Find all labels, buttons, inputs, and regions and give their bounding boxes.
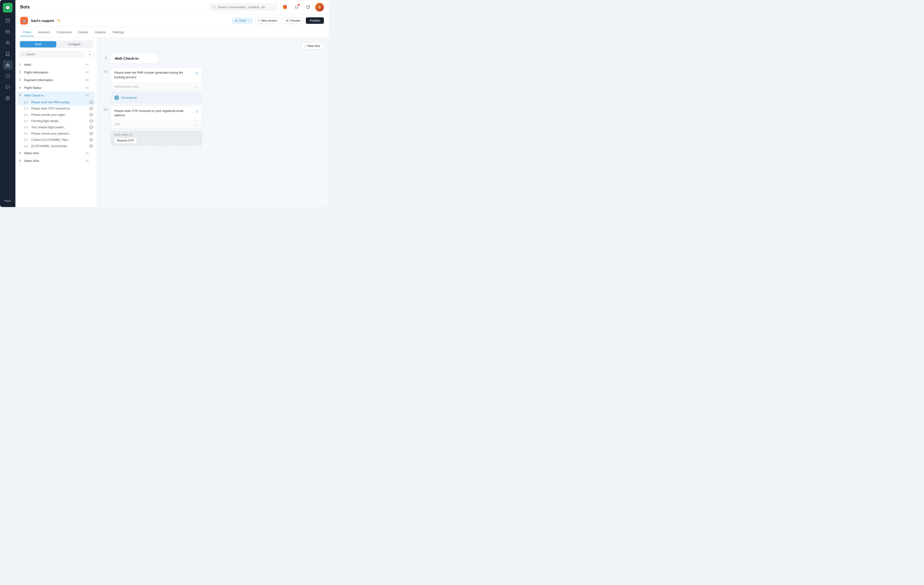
sub-item-5-2[interactable]: 5.2 Please enter OTP recieved on 💬 [17,106,95,112]
main-area: Bots 🎁 S 🤖 [15,0,329,207]
add-flow-button[interactable]: + [86,51,93,58]
sidebar-icon-billing[interactable] [3,71,13,81]
sub-item-num: 5.3 [24,113,30,116]
flow-count: 01 [86,159,89,162]
node-5-2-group: Please enter OTP recieved on your regist… [111,106,202,146]
sub-item-num: 5.6 [24,132,30,135]
flow-search-wrap[interactable] [19,51,84,58]
tab-answers[interactable]: Answers [35,28,53,36]
node-5-1-message: Please enter the PNR number generated du… [111,68,202,83]
node-5-2-section: 5.2 Please enter OTP recieved on your re… [102,106,324,146]
sub-item-icon: 💬 [89,101,93,104]
global-search-input[interactable] [218,5,274,9]
sub-item-5-4[interactable]: 5.4 Ferching flight details 💬 [17,118,95,124]
canvas-area: + New flow 5 Web Check-in 5.1 Please ent… [97,38,329,207]
flow-item-payment-info[interactable]: 3 Payment Information 01 ⋮ [17,76,95,84]
bot-name: Saul's support [31,19,54,23]
resend-otp-button[interactable]: Resend OTP [114,137,137,144]
sidebar-icon-chat[interactable] [3,82,13,92]
sub-item-num: 5.4 [24,120,30,122]
sidebar-icon-inbox[interactable] [3,16,13,25]
node-5-2-message: Please enter OTP recieved on your regist… [111,106,202,121]
flow-item-other-apis-1[interactable]: 6 Other APIs 01 ⋮ [17,149,95,157]
flow-name: Other APIs [24,151,84,155]
flow-item-other-apis-2[interactable]: 6 Other APIs 01 ⋮ [17,157,95,165]
flow-number: 1 [19,63,23,66]
sub-item-5-7[interactable]: 5.7 Confirm [CUSTNAME]. Plea... 💬 [17,137,95,143]
notification-btn[interactable] [292,3,301,12]
tab-analyze[interactable]: Analyze [92,28,109,36]
logo-icon[interactable]: 💬 [3,3,13,13]
tab-settings[interactable]: Settings [110,28,127,36]
tab-deploy[interactable]: Deploy [75,28,91,36]
node-sync-icon-2[interactable]: ↻ [196,109,198,114]
sub-item-5-1[interactable]: 5.1 Please enter the PNR number. 💬 [17,99,95,106]
flow-item-hello[interactable]: 1 Hello 01 ⋮ [17,61,95,68]
flow-number: 4 [19,86,23,89]
flow-count: 01 [86,86,89,89]
preview-button[interactable]: Preview [283,18,304,24]
node-5-1-group: Please enter the PNR number generated du… [111,68,202,103]
flow-count: 01 [86,94,89,97]
build-button[interactable]: Build [20,41,56,48]
new-version-button[interactable]: + New version [255,18,280,24]
user-avatar[interactable]: S [315,3,324,12]
node-5-1-card: Please enter the PNR number generated du… [111,68,202,91]
new-version-label: New version [261,19,277,22]
sub-item-5-6[interactable]: 5.6 Please choose your payment... 💬 [17,131,95,137]
global-search-bar[interactable] [210,3,277,11]
svg-point-13 [308,6,309,7]
sidebar-icon-bots[interactable] [3,60,13,70]
flow-item-web-checkin[interactable]: 5 Web Check-in 01 ⋮ [17,91,95,99]
node-5-1-input-field[interactable]: Alphanumeric input ▷ [111,83,202,91]
flow-item-flight-status[interactable]: 4 Flight Status 01 ⋮ [17,84,95,91]
sub-item-5-8[interactable]: 5.8 [CUSTNAME]. Successfully... 💬 [17,143,95,149]
sidebar-icon-book[interactable] [3,49,13,59]
canvas-header: + New flow [102,42,324,50]
flow-number: 6 [19,159,23,162]
sidebar-icon-mail[interactable] [3,27,13,36]
tab-flows[interactable]: Flows [20,28,34,36]
configure-button[interactable]: Configure [56,41,92,48]
sub-item-name: Please choose your payment... [31,132,89,135]
sidebar-icon-settings[interactable] [3,93,13,103]
flow-name: Payment Information [24,78,84,82]
sub-item-num: 5.7 [24,139,30,141]
sidebar-icons: 💬 fiverr [0,0,15,207]
node-5-2-input-field[interactable]: OTP ▷ [111,121,202,129]
flow-count: 01 [86,78,89,81]
eye-icon [286,19,289,22]
edit-bot-name-icon[interactable]: ✏️ [57,19,61,22]
flow-item-flight-info[interactable]: 2 Flight Information 01 ⋮ [17,68,95,76]
node-5-1-number: 5.1 [102,70,108,73]
flow-search-input[interactable] [26,53,82,56]
gift-icon-btn[interactable]: 🎁 [280,3,289,12]
sub-item-name: Please enter OTP recieved on [31,107,89,110]
flow-count: 01 [86,71,89,74]
fiverr-logo: fiverr [4,199,11,202]
sub-item-5-3[interactable]: 5.3 Please provide your regist... 💬 [17,112,95,118]
sub-item-icon: 💬 [89,126,93,129]
version-badge[interactable]: v1 Draft [232,18,252,23]
sub-item-name: Please enter the PNR number. [31,101,89,104]
svg-point-14 [287,20,287,21]
flow-list: 1 Hello 01 ⋮ 2 Flight Information 01 ⋮ [15,61,97,207]
sub-item-icon: 💬 [89,132,93,135]
node-main-number: 5 [102,56,107,60]
flow-number: 3 [19,78,23,82]
publish-button[interactable]: Publish [306,17,324,24]
sub-item-5-5[interactable]: 5.5 Your onward flight bookin... 💬 [17,124,95,131]
new-flow-button[interactable]: + New flow [301,42,324,50]
node-5-1-action-block[interactable]: ⚡ Set property [111,93,202,103]
sub-item-num: 5.8 [24,145,30,147]
tab-customize[interactable]: Customize [54,28,74,36]
flow-search-bar: + [19,51,93,58]
screen-share-btn[interactable] [304,3,312,12]
svg-point-1 [7,41,8,43]
node-sync-icon[interactable]: ↻ [196,71,198,76]
top-bar: Bots 🎁 S [15,0,329,15]
sub-item-icon: 💬 [89,107,93,110]
bot-header-actions: v1 Draft + New version Preview Publish [232,17,324,24]
sidebar-icon-users[interactable] [3,38,13,48]
sub-item-num: 5.1 [24,101,30,104]
